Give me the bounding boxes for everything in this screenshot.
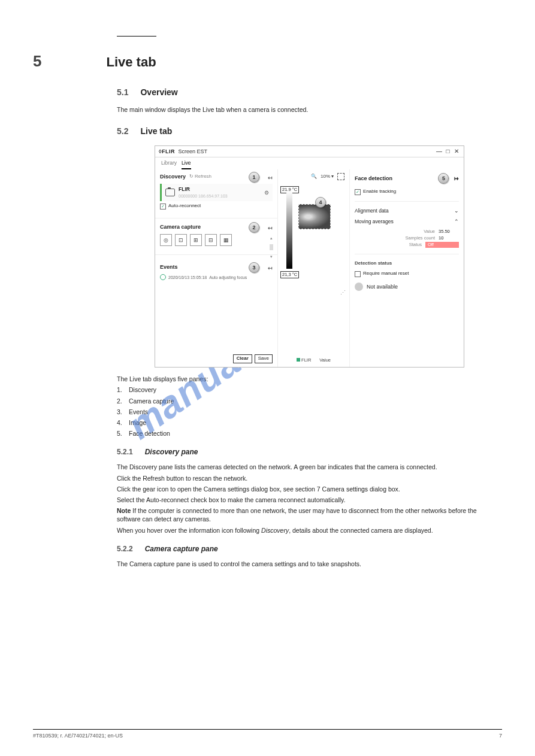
collapse-icon[interactable]: ↤ [268, 174, 273, 181]
note: Note If the computer is connected to mor… [117, 506, 502, 523]
status-dot-icon [355, 283, 363, 291]
require-reset-label: Require manual reset [363, 271, 409, 277]
collapse-icon[interactable]: ↤ [268, 224, 273, 232]
brand-logo: ◊FLIR [159, 148, 175, 154]
capture-af-icon[interactable]: ⊞ [190, 234, 202, 246]
tab-live[interactable]: Live [182, 160, 191, 169]
callout-3: 3 [249, 262, 259, 273]
close-icon[interactable]: ✕ [453, 148, 460, 154]
refresh-label[interactable]: Refresh [195, 174, 211, 180]
chevron-down-icon: ▾ [331, 174, 334, 180]
device-name: FLIR [179, 186, 261, 193]
maximize-icon[interactable]: □ [444, 148, 451, 154]
section-number: 5.2.1 [117, 447, 133, 457]
expand-icon[interactable]: ↦ [454, 175, 459, 181]
refresh-icon[interactable]: ↻ [189, 174, 194, 180]
temperature-gradient [286, 191, 292, 269]
legend-value: Value [319, 357, 331, 363]
enable-tracking-checkbox[interactable]: ✓ Enable tracking [355, 189, 396, 195]
wave-icon[interactable]: ⋰ [340, 289, 346, 296]
zoom-dropdown[interactable]: 10%▾ [321, 174, 334, 180]
detection-status-heading: Detection status [355, 260, 459, 267]
thermal-preview[interactable] [298, 204, 331, 229]
status-key: Status [409, 242, 422, 248]
paragraph: Click the Refresh button to rescan the n… [117, 474, 502, 482]
section-title: Discovery pane [145, 447, 198, 457]
device-id: 00000000 186.654.97.103 [179, 193, 261, 199]
paragraph: The Discovery pane lists the cameras det… [117, 463, 502, 471]
titlebar: ◊FLIR Screen EST — □ ✕ [155, 146, 464, 157]
collapse-icon[interactable]: ↤ [268, 265, 273, 272]
camera-icon [165, 189, 175, 196]
alignment-data-row[interactable]: Alignment data ⌄ [355, 208, 459, 214]
scrollbar[interactable]: ▴▾ [269, 235, 274, 259]
status-val: Off [425, 242, 459, 248]
paragraph: Click the gear icon to open the Camera s… [117, 485, 502, 493]
minimize-icon[interactable]: — [436, 148, 443, 154]
app-name: Screen EST [178, 148, 207, 154]
paragraph: Select the Auto-reconnect check box to m… [117, 496, 502, 504]
temp-bottom-badge: 21,3 °C [280, 271, 299, 278]
availability-indicator: Not available [355, 283, 459, 291]
fullscreen-icon[interactable] [337, 173, 344, 180]
device-row[interactable]: FLIR 00000000 186.654.97.103 ⚙ [160, 184, 273, 201]
chevron-up-icon: ⌃ [454, 218, 459, 225]
section-number: 5.2 [117, 126, 128, 137]
search-icon[interactable]: 🔍 [311, 174, 317, 180]
capture-settings-icon[interactable]: ◎ [160, 234, 172, 246]
page-title: Live tab [106, 53, 156, 71]
auto-reconnect-checkbox[interactable]: ✓ Auto-reconnect [160, 203, 201, 210]
enable-tracking-label: Enable tracking [363, 189, 396, 195]
capture-snapshot-icon[interactable]: ▦ [220, 234, 232, 246]
left-column: Discovery ↻ Refresh 1 ↤ FLIR [155, 169, 278, 367]
samples-key: Samples count [405, 235, 435, 241]
events-heading: Events [160, 263, 178, 271]
paragraph: When you hover over the information icon… [117, 526, 502, 535]
center-column: 🔍 10%▾ 21,9 °C 4 21,3 °C ⋰ FLIR Value [278, 169, 350, 367]
legend-swatch [297, 358, 300, 362]
capture-focus-icon[interactable]: ⊡ [175, 234, 187, 246]
not-available-label: Not available [367, 283, 398, 290]
camera-capture-heading: Camera capture [160, 223, 201, 230]
callout-5: 5 [438, 173, 449, 184]
clear-button[interactable]: Clear [233, 354, 252, 363]
panes-list: 1.Discovery 2.Camera capture 3.Events 4.… [117, 385, 502, 438]
paragraph: The main window displays the Live tab wh… [117, 105, 502, 114]
moving-averages-row[interactable]: Moving averages ⌃ [355, 218, 459, 225]
value-val: 35.50 [439, 229, 459, 235]
event-message: Auto adjusting focus [209, 275, 247, 280]
event-timestamp: 2020/10/13 15:05:18 [168, 275, 207, 280]
face-detection-heading: Face detection [355, 175, 392, 182]
value-key: Value [424, 229, 435, 235]
page-number: 7 [499, 732, 502, 739]
capture-range-icon[interactable]: ⊟ [205, 234, 217, 246]
discovery-heading: Discovery [160, 173, 186, 180]
section-title: Live tab [140, 126, 172, 137]
section-title: Overview [140, 87, 177, 98]
gear-icon[interactable]: ⚙ [264, 189, 269, 196]
save-button[interactable]: Save [255, 354, 273, 363]
callout-1: 1 [249, 172, 259, 183]
event-row: 2020/10/13 15:05:18 Auto adjusting focus [160, 274, 273, 280]
require-reset-checkbox[interactable]: Require manual reset [355, 271, 409, 277]
callout-2: 2 [249, 222, 259, 233]
section-number: 5.1 [117, 87, 128, 98]
paragraph: The Live tab displays five panes: [117, 375, 502, 383]
section-title: Camera capture pane [145, 544, 218, 554]
samples-val: 10 [439, 235, 459, 241]
legend-cam: FLIR [301, 357, 311, 363]
auto-reconnect-label: Auto-reconnect [168, 203, 201, 210]
section-number: 5.2.2 [117, 544, 133, 554]
footer-doc-id: #T810539; r. AE/74021/74021; en-US [33, 732, 123, 739]
chevron-down-icon: ⌄ [454, 208, 459, 214]
paragraph: The Camera capture pane is used to contr… [117, 560, 502, 568]
tab-library[interactable]: Library [161, 160, 177, 169]
right-column: Face detection 5 ↦ ✓ Enable tracking Ali… [350, 169, 464, 367]
info-icon [160, 274, 166, 280]
chapter-number: 5 [33, 51, 41, 72]
app-window: ◊FLIR Screen EST — □ ✕ Library Live [155, 145, 464, 368]
